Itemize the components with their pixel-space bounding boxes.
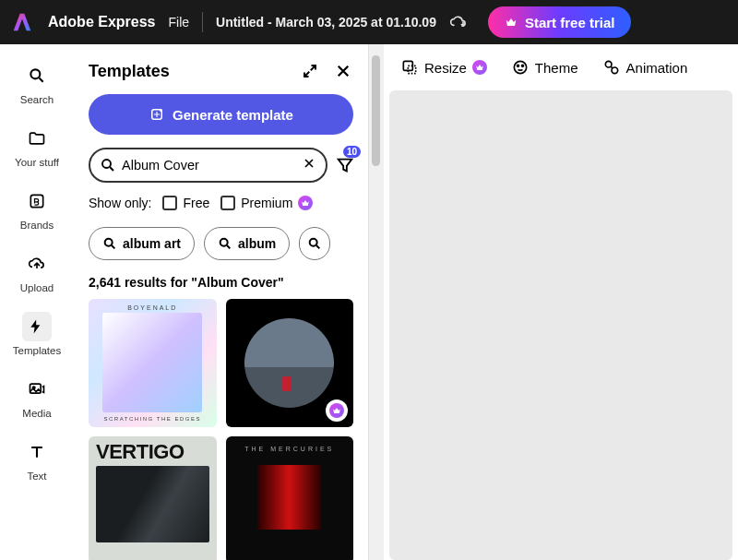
crown-icon xyxy=(505,16,518,29)
sparkle-icon xyxy=(149,106,165,123)
search-input[interactable] xyxy=(122,158,296,173)
templates-panel: Templates Generate template 10 Show only… xyxy=(74,44,369,560)
nav-text[interactable]: Text xyxy=(0,437,74,482)
template-card[interactable]: VERTIGO xyxy=(89,436,217,561)
top-bar: Adobe Express File Untitled - March 03, … xyxy=(0,0,738,44)
svg-point-11 xyxy=(220,239,228,246)
filter-button[interactable]: 10 xyxy=(335,151,355,179)
canvas-area: Resize Theme Animation xyxy=(384,44,738,560)
resize-button[interactable]: Resize xyxy=(400,58,487,77)
canvas-toolbar: Resize Theme Animation xyxy=(384,44,738,90)
close-icon[interactable] xyxy=(333,61,353,81)
upload-icon xyxy=(22,249,52,279)
generate-template-button[interactable]: Generate template xyxy=(89,94,353,135)
search-icon xyxy=(102,236,117,251)
premium-checkbox[interactable]: Premium xyxy=(220,196,313,210)
media-icon xyxy=(22,375,52,404)
template-card[interactable] xyxy=(226,299,354,427)
search-row: 10 xyxy=(89,148,353,183)
svg-line-8 xyxy=(110,167,113,171)
chip-album-art[interactable]: album art xyxy=(89,227,195,260)
template-grid: BOYENALD SCRATCHING THE EDGES VERTIGO TH… xyxy=(89,299,353,560)
panel-title: Templates xyxy=(89,62,170,81)
nav-your-stuff[interactable]: Your stuff xyxy=(0,124,74,168)
brands-icon xyxy=(22,186,52,216)
svg-point-6 xyxy=(161,110,162,112)
animation-icon xyxy=(602,58,621,77)
nav-search[interactable]: Search xyxy=(0,61,74,105)
theme-icon xyxy=(511,58,530,77)
app-logo xyxy=(9,9,35,35)
filter-badge: 10 xyxy=(343,146,361,158)
free-checkbox[interactable]: Free xyxy=(162,196,209,210)
text-icon xyxy=(22,437,52,467)
animation-button[interactable]: Animation xyxy=(602,58,688,77)
svg-point-0 xyxy=(30,69,40,78)
folder-icon xyxy=(22,124,52,153)
svg-point-7 xyxy=(102,160,111,168)
show-only-row: Show only: Free Premium xyxy=(89,196,353,210)
chip-album[interactable]: album xyxy=(204,227,290,260)
svg-point-9 xyxy=(105,239,113,246)
svg-point-19 xyxy=(605,61,612,67)
file-menu[interactable]: File xyxy=(168,15,189,30)
svg-point-18 xyxy=(521,65,523,66)
filter-icon xyxy=(335,155,355,175)
clear-search-icon[interactable] xyxy=(302,156,316,174)
start-trial-button[interactable]: Start free trial xyxy=(488,6,632,38)
divider xyxy=(202,12,203,32)
svg-point-20 xyxy=(612,67,618,74)
brand-name: Adobe Express xyxy=(48,14,155,30)
main: Search Your stuff Brands Upload Template… xyxy=(0,44,738,560)
premium-badge-icon xyxy=(326,399,348,422)
show-only-label: Show only: xyxy=(89,196,151,210)
templates-icon xyxy=(22,312,52,341)
template-card[interactable]: THE MERCURIES xyxy=(226,436,354,561)
svg-line-14 xyxy=(316,245,319,248)
panel-scrollbar[interactable] xyxy=(369,44,384,560)
svg-point-16 xyxy=(514,61,526,73)
search-icon xyxy=(100,157,116,173)
template-card[interactable]: BOYENALD SCRATCHING THE EDGES xyxy=(89,299,217,427)
left-nav: Search Your stuff Brands Upload Template… xyxy=(0,44,74,560)
search-icon xyxy=(307,236,322,251)
cloud-sync-icon[interactable] xyxy=(449,13,468,31)
svg-line-12 xyxy=(227,245,230,248)
svg-point-17 xyxy=(517,65,518,66)
svg-point-13 xyxy=(310,239,317,246)
nav-templates[interactable]: Templates xyxy=(0,312,74,356)
search-icon xyxy=(218,236,232,251)
nav-brands[interactable]: Brands xyxy=(0,186,74,231)
theme-button[interactable]: Theme xyxy=(511,58,578,77)
chip-more[interactable] xyxy=(299,227,330,260)
scrollbar-thumb[interactable] xyxy=(372,55,380,166)
expand-icon[interactable] xyxy=(300,61,320,81)
suggestion-chips: album art album xyxy=(89,227,353,260)
search-icon xyxy=(22,61,52,90)
resize-icon xyxy=(400,58,419,77)
results-count: 2,641 results for "Album Cover" xyxy=(89,275,353,290)
crown-icon xyxy=(298,196,313,210)
trial-label: Start free trial xyxy=(525,15,615,30)
panel-header: Templates xyxy=(89,61,353,81)
nav-media[interactable]: Media xyxy=(0,375,74,419)
canvas[interactable] xyxy=(389,90,732,560)
crown-icon xyxy=(472,60,487,75)
svg-line-10 xyxy=(112,245,114,248)
document-title[interactable]: Untitled - March 03, 2025 at 01.10.09 xyxy=(216,15,436,30)
svg-line-1 xyxy=(40,78,43,82)
search-box[interactable] xyxy=(89,148,327,183)
nav-upload[interactable]: Upload xyxy=(0,249,74,293)
